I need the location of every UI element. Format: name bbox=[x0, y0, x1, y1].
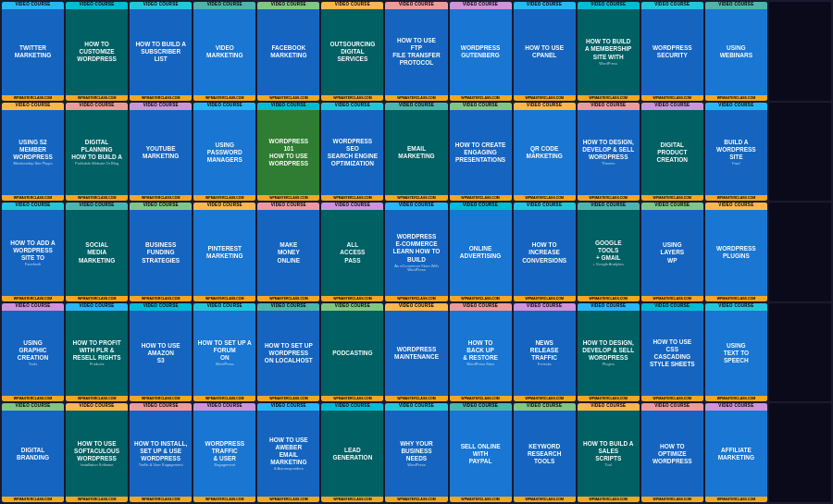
book-item[interactable]: Video Course How To ProfitWith PLR &Rese… bbox=[66, 303, 128, 402]
book-item[interactable]: Video Course OUTSOURCINGDigitalServices … bbox=[321, 2, 383, 101]
book-title: UsingLayersWP bbox=[660, 241, 684, 264]
book-footer: WPMASTERCLASS.COM bbox=[66, 296, 128, 301]
book-item[interactable]: Video Course USINGTEXT TOSPEECH WPMASTER… bbox=[705, 303, 767, 402]
book-item[interactable]: Video Course DigitalBranding WPMASTERCLA… bbox=[2, 403, 64, 502]
book-subtitle: Profitable Website Or Blog bbox=[75, 162, 118, 166]
book-header: Video Course bbox=[193, 2, 255, 9]
book-item[interactable]: Video Course OnlineAdvertising WPMASTERC… bbox=[450, 203, 512, 301]
book-item[interactable]: Video Course UsingGraphicCreation Tools … bbox=[2, 303, 64, 402]
book-item[interactable]: Video Course How To UseAweberEmail Marke… bbox=[257, 403, 319, 502]
book-item[interactable]: Video Course WordPressGutenberg WPMASTER… bbox=[450, 2, 512, 101]
book-item[interactable]: Video Course GoogleTools+ Gmail + Google… bbox=[578, 203, 640, 301]
book-title: WordPressSecurity bbox=[653, 44, 692, 59]
book-item[interactable]: Video Course DigitalPlanningHow To Build… bbox=[66, 103, 128, 202]
book-item[interactable]: Video Course ALLACCESSPASS WPMASTERCLASS… bbox=[321, 203, 383, 301]
book-subtitle: & Autoresponders bbox=[274, 467, 304, 472]
book-header: Video Course bbox=[641, 103, 703, 110]
book-item[interactable]: Video Course How To UseFTPFile Transfer … bbox=[385, 2, 447, 101]
book-item[interactable]: Video Course Build AWordPressSite Fast! … bbox=[705, 103, 767, 202]
book-title: How To UseAmazonS3 bbox=[142, 342, 180, 364]
book-item[interactable]: Video Course DigitalProductCreation WPMA… bbox=[641, 103, 703, 202]
book-body: DigitalPlanningHow To Build A Profitable… bbox=[66, 110, 128, 196]
book-item[interactable]: Video Course WordPressSecurity WPMASTERC… bbox=[641, 2, 703, 101]
book-item[interactable]: Video Course PinterestMarketing WPMASTER… bbox=[193, 203, 255, 301]
book-subtitle: WordPress bbox=[216, 363, 234, 367]
book-title: QR CodeMarketing bbox=[526, 145, 562, 160]
book-header: Video Course bbox=[2, 203, 64, 210]
book-header: Video Course bbox=[385, 203, 447, 210]
book-item[interactable]: Video Course How To Design,Develop & Sel… bbox=[578, 303, 640, 402]
book-item[interactable]: Video Course QR CodeMarketing WPMASTERCL… bbox=[514, 103, 576, 202]
book-item[interactable]: Video Course WordPressPlugins WPMASTERCL… bbox=[705, 203, 767, 301]
book-item[interactable]: Video Course How To UseAmazonS3 WPMASTER… bbox=[130, 303, 192, 402]
book-item[interactable]: Video Course WordPressSEOSearch Engine O… bbox=[321, 103, 383, 202]
book-item[interactable]: Video Course How To Install,Set Up & Use… bbox=[130, 403, 192, 502]
book-item[interactable]: Video Course How To Design,Develop & Sel… bbox=[578, 103, 640, 202]
book-inner: Video Course PinterestMarketing WPMASTER… bbox=[193, 203, 255, 301]
book-item[interactable]: Video Course WordPressMaintenance WPMAST… bbox=[385, 303, 447, 402]
book-item[interactable]: Video Course WordPressTraffic& User Enga… bbox=[193, 403, 255, 502]
book-item[interactable]: Video Course How ToOptimizeWordPress WPM… bbox=[641, 403, 703, 502]
book-item[interactable]: Video Course UsingLayersWP WPMASTERCLASS… bbox=[641, 203, 703, 301]
book-item[interactable]: Video Course How To UseSoftaculousWordPr… bbox=[66, 403, 128, 502]
book-footer: WPMASTERCLASS.COM bbox=[66, 396, 128, 401]
book-item[interactable]: Video Course How To CreateEngagingPresen… bbox=[450, 103, 512, 202]
book-title: EmailMarketing bbox=[398, 145, 434, 160]
book-inner: Video Course DigitalPlanningHow To Build… bbox=[66, 103, 128, 202]
book-item[interactable]: Video Course How ToCustomizeWordPress WP… bbox=[66, 2, 128, 101]
book-subtitle: Fast! bbox=[732, 162, 740, 166]
book-item[interactable]: Video Course BusinessFundingStrategies W… bbox=[130, 203, 192, 301]
book-item[interactable]: Video Course How To UsecPanel WPMASTERCL… bbox=[514, 2, 576, 101]
book-item[interactable]: Video Course EmailMarketing WPMASTERCLAS… bbox=[385, 103, 447, 202]
book-footer: WPMASTERCLASS.COM bbox=[66, 195, 128, 201]
book-item[interactable]: Video Course How To Builda MembershipSit… bbox=[578, 2, 640, 101]
book-item[interactable]: Video Course LeadGeneration WPMASTERCLAS… bbox=[321, 403, 383, 502]
book-footer: WPMASTERCLASS.COM bbox=[385, 195, 447, 201]
book-item[interactable]: Video Course FacebookMarketing WPMASTERC… bbox=[257, 2, 319, 101]
book-item[interactable]: Video Course Sell OnlineWithPayPal WPMAS… bbox=[450, 403, 512, 502]
book-item[interactable]: Video Course How ToBack Up& Restore Word… bbox=[450, 303, 512, 402]
book-footer: WPMASTERCLASS.COM bbox=[641, 296, 703, 301]
book-item[interactable]: Video Course MakeMoneyOnline WPMASTERCLA… bbox=[257, 203, 319, 301]
book-title: How To Set Up AForumOn bbox=[198, 339, 252, 362]
book-item[interactable]: Video Course WordPress101How To Use Word… bbox=[257, 103, 319, 202]
book-item[interactable] bbox=[769, 303, 831, 402]
book-item[interactable]: Video Course PODCASTING WPMASTERCLASS.CO… bbox=[321, 303, 383, 402]
book-body: WordPressSEOSearch Engine Optimization bbox=[321, 110, 383, 196]
book-item[interactable]: Video Course Using S2MemberWordPress Mem… bbox=[2, 103, 64, 202]
book-footer: WPMASTERCLASS.COM bbox=[130, 296, 192, 301]
book-item[interactable]: Video Course UsingPasswordManagers WPMAS… bbox=[193, 103, 255, 202]
book-item[interactable]: Video Course Why YourBusinessNeeds WordP… bbox=[385, 403, 447, 502]
book-body: BusinessFundingStrategies bbox=[130, 210, 192, 296]
book-item[interactable]: Video Course NewsReleaseTraffic Formula … bbox=[514, 303, 576, 402]
book-item[interactable]: Video Course KeywordResearchTools WPMAST… bbox=[514, 403, 576, 502]
book-item[interactable]: Video Course WordPresse-CommerceLearn Ho… bbox=[385, 203, 447, 301]
book-footer: WPMASTERCLASS.COM bbox=[193, 396, 255, 401]
book-body: UsingPasswordManagers bbox=[193, 110, 255, 196]
book-item[interactable]: Video Course How To Add AWordPressSite T… bbox=[2, 203, 64, 301]
book-item[interactable]: Video Course SocialMediaMarketing WPMAST… bbox=[66, 203, 128, 301]
book-item[interactable] bbox=[769, 203, 831, 301]
book-item[interactable]: Video Course TwitterMarketing WPMASTERCL… bbox=[2, 2, 64, 101]
book-item[interactable]: Video Course How To Set Up AForumOn Word… bbox=[193, 303, 255, 402]
book-item[interactable]: Video Course AffiliateMarketing WPMASTER… bbox=[705, 403, 767, 502]
book-item[interactable] bbox=[769, 403, 831, 502]
book-title: KeywordResearchTools bbox=[528, 443, 561, 465]
book-inner: Video Course How To Design,Develop & Sel… bbox=[578, 103, 640, 202]
book-item[interactable] bbox=[769, 2, 831, 101]
book-inner: Video Course UsingPasswordManagers WPMAS… bbox=[193, 103, 255, 202]
book-item[interactable] bbox=[769, 103, 831, 202]
book-item[interactable]: Video Course How To Set UpWordPressOn Lo… bbox=[257, 303, 319, 402]
book-item[interactable]: Video Course UsingWebinars WPMASTERCLASS… bbox=[705, 2, 767, 101]
book-inner: Video Course WordPresse-CommerceLearn Ho… bbox=[385, 203, 447, 301]
book-item[interactable]: Video Course How To UseCSSCascading Styl… bbox=[641, 303, 703, 402]
book-item[interactable]: Video Course How ToIncreaseConversions W… bbox=[514, 203, 576, 301]
book-body: WordPressGutenberg bbox=[450, 9, 512, 95]
book-item[interactable]: Video Course How To Build ASalesScripts … bbox=[578, 403, 640, 502]
book-item[interactable]: Video Course VideoMarketing WPMASTERCLAS… bbox=[193, 2, 255, 101]
book-item[interactable]: Video Course YouTubeMarketing WPMASTERCL… bbox=[130, 103, 192, 202]
book-item[interactable]: Video Course How To Build ASubscriberLis… bbox=[130, 2, 192, 101]
book-inner: Video Course FacebookMarketing WPMASTERC… bbox=[257, 2, 319, 101]
book-title: VideoMarketing bbox=[206, 44, 242, 59]
book-body: USINGTEXT TOSPEECH bbox=[705, 311, 767, 397]
